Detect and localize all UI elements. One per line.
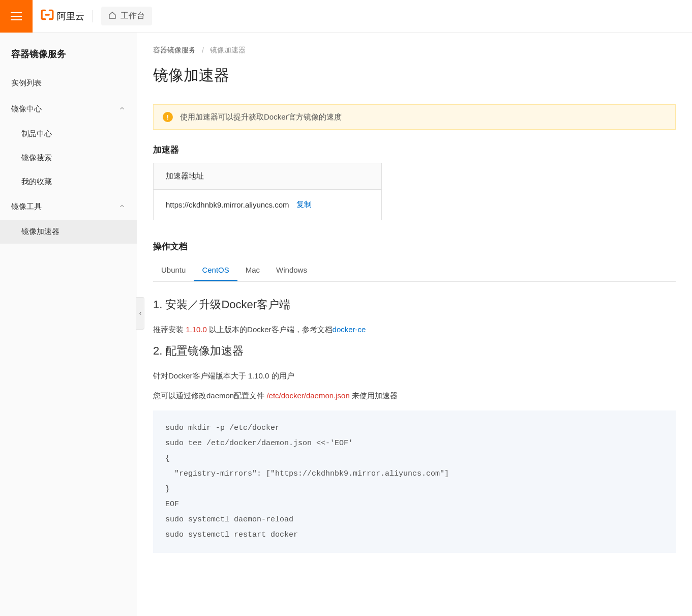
sidebar-item-search[interactable]: 镜像搜索 bbox=[0, 146, 137, 170]
os-tabs: Ubuntu CentOS Mac Windows bbox=[153, 259, 676, 282]
tab-mac[interactable]: Mac bbox=[237, 259, 268, 281]
divider bbox=[93, 10, 93, 22]
sidebar-group-mirror-center[interactable]: 镜像中心 bbox=[0, 96, 137, 122]
logo[interactable]: 阿里云 bbox=[41, 8, 84, 24]
home-icon bbox=[108, 11, 116, 21]
sidebar-title: 容器镜像服务 bbox=[0, 43, 137, 70]
sidebar-item-products[interactable]: 制品中心 bbox=[0, 122, 137, 146]
tab-windows[interactable]: Windows bbox=[268, 259, 315, 281]
banner-text: 使用加速器可以提升获取Docker官方镜像的速度 bbox=[180, 112, 342, 122]
chevron-up-icon bbox=[118, 202, 126, 211]
logo-text: 阿里云 bbox=[57, 10, 84, 22]
sidebar-item-label: 镜像工具 bbox=[11, 202, 42, 212]
sidebar-item-accelerator[interactable]: 镜像加速器 bbox=[0, 220, 137, 244]
chevron-up-icon bbox=[118, 105, 126, 113]
code-block: sudo mkdir -p /etc/docker sudo tee /etc/… bbox=[153, 410, 676, 553]
doc-paragraph-daemon: 您可以通过修改daemon配置文件 /etc/docker/daemon.jso… bbox=[153, 389, 692, 402]
accelerator-url: https://ckdhnbk9.mirror.aliyuncs.com bbox=[166, 200, 289, 209]
hamburger-menu[interactable] bbox=[0, 0, 33, 33]
daemon-path: /etc/docker/daemon.json bbox=[266, 391, 349, 400]
docker-ce-link[interactable]: docker-ce bbox=[333, 325, 366, 334]
sidebar-item-label: 镜像中心 bbox=[11, 104, 42, 114]
version-text: 1.10.0 bbox=[186, 325, 207, 334]
topbar: 阿里云 工作台 bbox=[0, 0, 692, 33]
sidebar: 容器镜像服务 实例列表 镜像中心 制品中心 镜像搜索 我的收藏 镜像工具 镜像加… bbox=[0, 33, 137, 616]
info-icon: ! bbox=[163, 112, 173, 122]
content: 容器镜像服务 / 镜像加速器 镜像加速器 ! 使用加速器可以提升获取Docker… bbox=[137, 33, 692, 616]
sidebar-group-mirror-tools[interactable]: 镜像工具 bbox=[0, 194, 137, 220]
doc-heading-configure: 2. 配置镜像加速器 bbox=[153, 343, 692, 359]
breadcrumb-current: 镜像加速器 bbox=[210, 46, 246, 55]
hamburger-icon bbox=[11, 12, 22, 20]
sidebar-item-instances[interactable]: 实例列表 bbox=[0, 70, 137, 96]
accelerator-address-box: 加速器地址 https://ckdhnbk9.mirror.aliyuncs.c… bbox=[153, 163, 382, 220]
sidebar-item-favorites[interactable]: 我的收藏 bbox=[0, 170, 137, 194]
doc-heading-install: 1. 安装／升级Docker客户端 bbox=[153, 297, 692, 312]
sidebar-item-label: 制品中心 bbox=[21, 129, 52, 138]
accelerator-section-title: 加速器 bbox=[153, 144, 692, 156]
info-banner: ! 使用加速器可以提升获取Docker官方镜像的速度 bbox=[153, 104, 676, 130]
workbench-label: 工作台 bbox=[121, 11, 145, 21]
accelerator-address-header: 加速器地址 bbox=[154, 163, 381, 190]
sidebar-item-label: 镜像搜索 bbox=[21, 153, 52, 162]
breadcrumb: 容器镜像服务 / 镜像加速器 bbox=[153, 33, 692, 59]
workbench-button[interactable]: 工作台 bbox=[101, 7, 152, 25]
tab-ubuntu[interactable]: Ubuntu bbox=[153, 259, 194, 281]
docs-section-title: 操作文档 bbox=[153, 241, 692, 252]
tab-centos[interactable]: CentOS bbox=[194, 259, 237, 281]
breadcrumb-root[interactable]: 容器镜像服务 bbox=[153, 46, 196, 55]
sidebar-item-label: 实例列表 bbox=[11, 78, 42, 88]
logo-icon bbox=[41, 8, 54, 24]
doc-paragraph-install: 推荐安装 1.10.0 以上版本的Docker客户端，参考文档docker-ce bbox=[153, 322, 692, 336]
page-title: 镜像加速器 bbox=[153, 65, 692, 86]
sidebar-collapse-handle[interactable] bbox=[136, 297, 144, 330]
breadcrumb-separator: / bbox=[202, 46, 204, 54]
doc-paragraph-version-note: 针对Docker客户端版本大于 1.10.0 的用户 bbox=[153, 369, 692, 383]
sidebar-item-label: 镜像加速器 bbox=[21, 227, 59, 236]
copy-link[interactable]: 复制 bbox=[296, 200, 312, 210]
sidebar-item-label: 我的收藏 bbox=[21, 177, 52, 186]
